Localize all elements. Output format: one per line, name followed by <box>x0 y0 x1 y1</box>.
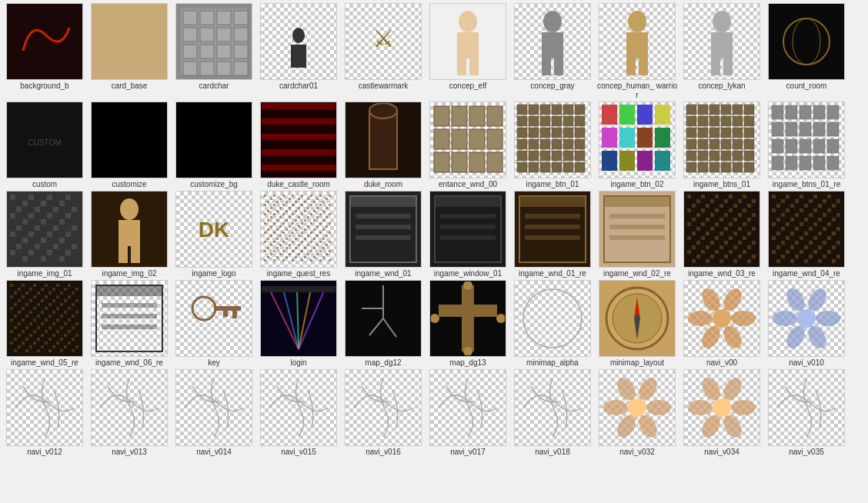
svg-rect-8 <box>200 62 214 75</box>
svg-rect-96 <box>637 105 653 125</box>
svg-rect-193 <box>59 238 65 243</box>
svg-rect-245 <box>279 207 282 209</box>
svg-rect-344 <box>319 241 322 243</box>
grid-item-castlewarmark[interactable]: ⚔castlewarmark <box>342 3 425 100</box>
grid-item-ingame_wnd_06_re[interactable]: ingame_wnd_06_re <box>88 280 171 368</box>
grid-item-ingame_btn_02[interactable]: ingame_btn_02 <box>596 102 679 189</box>
grid-item-map_dg12[interactable]: map_dg12 <box>342 280 425 368</box>
svg-rect-324 <box>310 259 312 261</box>
item-label-ingame_quest_res: ingame_quest_res <box>267 269 330 278</box>
grid-item-ingame_btn_01[interactable]: ingame_btn_01 <box>511 102 594 189</box>
svg-rect-441 <box>733 232 737 235</box>
svg-rect-154 <box>813 105 825 119</box>
svg-rect-477 <box>781 241 785 245</box>
svg-rect-140 <box>744 151 754 161</box>
thumbnail-navi_v015 <box>260 369 337 446</box>
svg-rect-592 <box>41 345 44 348</box>
grid-item-key[interactable]: key <box>172 280 255 368</box>
svg-rect-645 <box>75 334 78 337</box>
svg-rect-340 <box>319 204 322 206</box>
grid-item-navi_v032[interactable]: navi_v032 <box>596 369 679 457</box>
svg-rect-525 <box>827 208 831 212</box>
grid-item-navi_v013[interactable]: navi_v013 <box>88 369 171 457</box>
grid-item-ingame_wnd_05_re[interactable]: ingame_wnd_05_re <box>3 280 86 368</box>
svg-rect-170 <box>22 219 28 225</box>
grid-item-minimap_alpha[interactable]: minimap_alpha <box>511 280 594 368</box>
svg-rect-248 <box>279 235 282 237</box>
grid-item-minimap_layout[interactable]: minimap_layout <box>596 280 679 368</box>
svg-rect-487 <box>790 245 794 249</box>
grid-item-concep_lykan[interactable]: concep_lykan <box>680 3 763 100</box>
grid-item-ingame_wnd_02_re[interactable]: ingame_wnd_02_re <box>596 191 679 278</box>
grid-item-cardchar[interactable]: cardchar <box>172 3 255 100</box>
item-label-navi_v018: navi_v018 <box>535 448 570 457</box>
svg-rect-177 <box>35 207 40 212</box>
grid-item-navi_v016[interactable]: navi_v016 <box>342 369 425 457</box>
svg-rect-507 <box>809 241 813 245</box>
svg-rect-531 <box>832 232 836 235</box>
svg-rect-141 <box>744 162 754 172</box>
svg-rect-13 <box>234 11 248 25</box>
grid-item-map_dg13[interactable]: map_dg13 <box>426 280 509 368</box>
grid-item-ingame_img_01[interactable]: ingame_img_01 <box>3 191 86 278</box>
grid-item-duke_castle_room[interactable]: duke_castle_room <box>257 102 340 189</box>
grid-item-ingame_btns_01_re[interactable]: ingame_btns_01_re <box>765 102 848 189</box>
grid-item-ingame_wnd_04_re[interactable]: ingame_wnd_04_re <box>765 191 848 278</box>
svg-rect-359 <box>326 244 328 246</box>
svg-text:DK: DK <box>199 218 229 242</box>
thumbnail-navi_v034 <box>683 369 760 446</box>
grid-item-navi_v034[interactable]: navi_v034 <box>680 369 763 457</box>
item-label-map_dg12: map_dg12 <box>365 358 401 368</box>
grid-item-entance_wnd_00[interactable]: entance_wnd_00 <box>426 102 509 189</box>
grid-item-ingame_wnd_01[interactable]: ingame_wnd_01 <box>342 191 425 278</box>
svg-rect-313 <box>307 225 309 228</box>
grid-item-navi_v018[interactable]: navi_v018 <box>511 369 594 457</box>
grid-item-concep_human_warrior[interactable]: concep_human_ warrior <box>596 3 679 100</box>
grid-item-count_room[interactable]: count_room <box>765 3 848 100</box>
thumbnail-cardchar01 <box>260 3 337 80</box>
grid-item-duke_room[interactable]: duke_room <box>342 102 425 189</box>
svg-rect-70 <box>540 105 550 115</box>
grid-item-navi_v00[interactable]: navi_v00 <box>680 280 763 368</box>
grid-item-ingame_window_01[interactable]: ingame_window_01 <box>426 191 509 278</box>
grid-item-card_base[interactable]: card_base <box>88 3 171 100</box>
grid-item-navi_v017[interactable]: navi_v017 <box>426 369 509 457</box>
svg-rect-295 <box>301 195 303 197</box>
svg-rect-255 <box>282 232 285 234</box>
grid-item-login[interactable]: login <box>257 280 340 368</box>
grid-item-customize_bg[interactable]: customize_bg <box>172 102 255 189</box>
svg-rect-347 <box>322 201 325 203</box>
grid-item-concep_elf[interactable]: concep_elf <box>426 3 509 100</box>
item-label-card_base: card_base <box>112 82 148 91</box>
grid-item-cardchar01[interactable]: cardchar01 <box>257 3 340 100</box>
svg-rect-626 <box>64 322 67 325</box>
svg-rect-508 <box>809 255 813 258</box>
grid-item-concep_gray[interactable]: concep_gray <box>511 3 594 100</box>
grid-item-customize[interactable]: customize <box>88 102 171 189</box>
svg-rect-568 <box>25 349 28 352</box>
grid-item-ingame_img_02[interactable]: ingame_img_02 <box>88 191 171 278</box>
grid-item-navi_v035[interactable]: navi_v035 <box>765 369 848 457</box>
svg-rect-225 <box>270 225 272 228</box>
grid-item-navi_v015[interactable]: navi_v015 <box>257 369 340 457</box>
grid-item-navi_v014[interactable]: navi_v014 <box>172 369 255 457</box>
grid-item-custom[interactable]: CUSTOMcustom <box>3 102 86 189</box>
grid-item-background_b[interactable]: background_b <box>3 3 86 100</box>
svg-rect-143 <box>772 122 783 136</box>
svg-rect-130 <box>733 105 743 115</box>
svg-rect-506 <box>809 227 813 231</box>
svg-rect-15 <box>234 45 248 58</box>
grid-item-navi_v010[interactable]: navi_v010 <box>765 280 848 368</box>
grid-item-navi_v012[interactable]: navi_v012 <box>3 369 86 457</box>
svg-rect-269 <box>289 225 291 228</box>
grid-item-ingame_quest_res[interactable]: ingame_quest_res <box>257 191 340 278</box>
svg-rect-565 <box>25 315 28 318</box>
svg-rect-153 <box>800 156 811 170</box>
grid-item-ingame_logo[interactable]: DKingame_logo <box>172 191 255 278</box>
svg-rect-86 <box>563 151 573 161</box>
svg-rect-663 <box>439 305 497 317</box>
grid-item-ingame_wnd_01_re[interactable]: ingame_wnd_01_re <box>511 191 594 278</box>
grid-item-ingame_wnd_03_re[interactable]: ingame_wnd_03_re <box>680 191 763 278</box>
grid-item-ingame_btns_01[interactable]: ingame_btns_01 <box>680 102 763 189</box>
svg-rect-84 <box>563 128 573 138</box>
